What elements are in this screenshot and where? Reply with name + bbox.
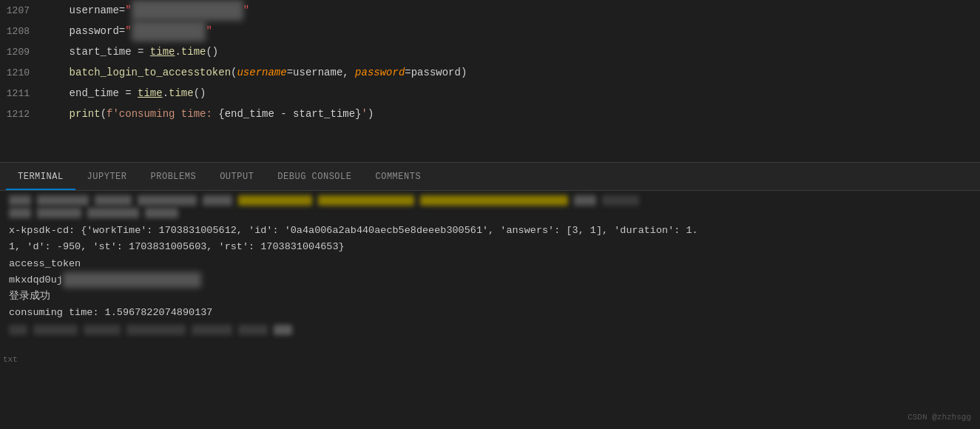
line-number: 1210 [0,63,44,84]
blurred-row-1 [9,195,971,206]
blur-block [126,325,186,335]
left-label: txt [0,352,21,368]
line-number: 1211 [0,84,44,104]
blur-block [238,325,268,335]
tab-jupyter[interactable]: JUPYTER [75,163,139,190]
terminal-line-access-token: access_token [9,256,971,272]
line-number: 1208 [0,21,44,42]
main-container: 1207 username="██████████████████" 1208 … [0,0,980,429]
tab-comments[interactable]: COMMENTS [363,163,433,190]
tab-comments-label: COMMENTS [375,172,421,182]
tab-problems[interactable]: PROBLEMS [139,163,209,190]
tab-terminal-label: TERMINAL [18,172,64,182]
code-line-1210: 1210 batch_login_to_accesstoken(username… [0,62,980,83]
blur-block [9,208,31,218]
blur-block [274,325,292,335]
code-line-1208: 1208 password="████████████" [0,21,980,41]
blur-block [84,325,121,335]
terminal-line-duration: 1, 'd': -950, 'st': 1703831005603, 'rst'… [9,239,971,255]
tab-output[interactable]: OUTPUT [208,163,266,190]
terminal-line-xkpsdk: x-kpsdk-cd: {'workTime': 1703831005612, … [9,223,971,239]
line-content: username="██████████████████" [44,0,980,21]
code-line-1211: 1211 end_time = time.time() [0,83,980,104]
tab-bar: TERMINAL JUPYTER PROBLEMS OUTPUT DEBUG C… [0,163,980,191]
tab-debug-console-label: DEBUG CONSOLE [277,172,351,182]
blur-block [192,325,232,335]
code-line-1209: 1209 start_time = time.time() [0,41,980,62]
blur-block [145,208,178,218]
line-number: 1209 [0,42,44,63]
blur-block [9,195,31,206]
line-content: password="████████████" [44,21,980,41]
tab-jupyter-label: JUPYTER [87,172,127,182]
terminal-output: x-kpsdk-cd: {'workTime': 1703831005612, … [0,191,980,429]
code-line-1207: 1207 username="██████████████████" [0,0,980,21]
tab-problems-label: PROBLEMS [151,172,197,182]
terminal-line-token-value: mkxdqd0uj████████████████████████ [9,272,971,288]
blur-block [420,195,568,206]
blur-block [37,195,89,206]
blur-block [138,195,197,206]
line-content: print(f'consuming time: {end_time - star… [44,104,980,124]
blur-block [9,325,27,335]
blurred-row-2 [9,208,971,218]
tab-debug-console[interactable]: DEBUG CONSOLE [266,163,363,190]
code-editor: 1207 username="██████████████████" 1208 … [0,0,980,163]
line-content: end_time = time.time() [44,83,980,104]
blur-block [318,195,414,206]
terminal-line-login-success: 登录成功 [9,288,971,305]
line-number: 1207 [0,1,44,21]
tab-terminal[interactable]: TERMINAL [6,163,75,190]
blur-block [238,195,312,206]
blur-block [95,195,132,206]
line-content: batch_login_to_accesstoken(username=user… [44,62,980,83]
terminal-line-consuming: consuming time: 1.5967822074890137 [9,305,971,321]
blur-block [203,195,232,206]
line-number: 1212 [0,104,44,125]
watermark: CSDN @zhzhsgg [908,411,971,425]
blurred-row-3 [9,325,971,335]
blur-block [37,208,81,218]
tab-output-label: OUTPUT [220,172,254,182]
bottom-panel: TERMINAL JUPYTER PROBLEMS OUTPUT DEBUG C… [0,163,980,429]
blur-block [87,208,139,218]
line-content: start_time = time.time() [44,41,980,62]
blur-block [33,325,78,335]
blur-block [602,195,639,206]
code-line-1212: 1212 print(f'consuming time: {end_time -… [0,104,980,124]
blur-block [574,195,596,206]
